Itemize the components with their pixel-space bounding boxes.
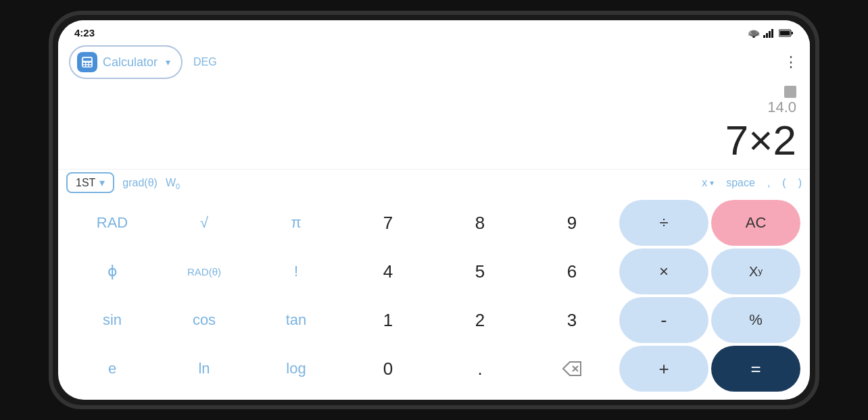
space-button[interactable]: space (726, 177, 755, 189)
right-tools: x ▾ space , ( ) (702, 177, 802, 189)
svg-rect-6 (769, 31, 771, 38)
rad-theta-button[interactable]: RAD(θ) (160, 248, 249, 294)
three-button[interactable]: 3 (527, 297, 617, 343)
add-button[interactable]: + (619, 346, 708, 392)
expression-display: 7×2 (725, 117, 796, 163)
shift-label: 1ST (76, 177, 95, 189)
backspace-button[interactable] (527, 346, 617, 392)
ln-button[interactable]: ln (160, 346, 249, 392)
svg-rect-15 (89, 63, 91, 64)
equals-button[interactable]: = (711, 346, 800, 392)
log-button[interactable]: log (251, 346, 341, 392)
svg-rect-18 (89, 65, 91, 67)
sqrt-button[interactable]: √ (160, 200, 249, 246)
buttons-grid: RAD √ π 7 8 9 ÷ AC ϕ RAD(θ) ! 4 5 6 × Xy… (58, 196, 810, 400)
comma-button[interactable]: , (767, 177, 770, 189)
seven-button[interactable]: 7 (343, 200, 433, 246)
nine-button[interactable]: 9 (527, 200, 617, 246)
divide-button[interactable]: ÷ (619, 200, 708, 246)
chevron-down-icon: ▾ (166, 57, 170, 68)
shift-button[interactable]: 1ST ▾ (66, 172, 114, 193)
four-button[interactable]: 4 (343, 248, 433, 294)
status-icons (748, 28, 794, 38)
calculator-pill[interactable]: Calculator ▾ (69, 45, 183, 79)
ac-button[interactable]: AC (711, 200, 800, 246)
paren-open-button[interactable]: ( (782, 177, 786, 189)
shift-arrow-icon: ▾ (99, 176, 105, 189)
rad-button[interactable]: RAD (68, 200, 157, 246)
pi-button[interactable]: π (251, 200, 341, 246)
grad-function[interactable]: grad(θ) (122, 177, 158, 189)
multiply-button[interactable]: × (619, 248, 708, 294)
signal-icon (763, 28, 775, 38)
svg-rect-7 (771, 29, 773, 38)
phone-frame: 4:23 (49, 11, 819, 409)
one-button[interactable]: 1 (343, 297, 433, 343)
display-area: 14.0 7×2 (58, 83, 810, 169)
svg-rect-10 (780, 30, 790, 35)
sci-function-row: 1ST ▾ grad(θ) W0 x ▾ space , ( ) (58, 169, 810, 196)
stop-button[interactable] (784, 86, 796, 98)
result-display: 14.0 (767, 99, 796, 116)
screen: 4:23 (58, 20, 810, 400)
subtract-button[interactable]: - (619, 297, 708, 343)
cos-button[interactable]: cos (160, 297, 249, 343)
svg-rect-9 (792, 32, 794, 34)
calculator-icon (77, 52, 97, 72)
euler-button[interactable]: e (68, 346, 157, 392)
more-options-button[interactable]: ⋮ (783, 53, 799, 71)
w0-function[interactable]: W0 (166, 177, 180, 189)
sin-button[interactable]: sin (68, 297, 157, 343)
phi-button[interactable]: ϕ (68, 248, 157, 294)
eight-button[interactable]: 8 (435, 200, 525, 246)
top-bar: Calculator ▾ DEG ⋮ (58, 41, 810, 83)
decimal-button[interactable]: . (435, 346, 525, 392)
six-button[interactable]: 6 (527, 248, 617, 294)
svg-rect-17 (87, 65, 89, 67)
five-button[interactable]: 5 (435, 248, 525, 294)
svg-rect-14 (87, 63, 89, 64)
power-button[interactable]: Xy (711, 248, 800, 294)
two-button[interactable]: 2 (435, 297, 525, 343)
svg-rect-16 (83, 65, 85, 67)
paren-close-button[interactable]: ) (798, 177, 802, 189)
svg-rect-12 (83, 58, 91, 61)
battery-icon (779, 29, 794, 37)
svg-rect-4 (763, 35, 765, 38)
status-bar: 4:23 (58, 20, 810, 41)
percent-button[interactable]: % (711, 297, 800, 343)
tan-button[interactable]: tan (251, 297, 341, 343)
status-time: 4:23 (74, 27, 95, 38)
svg-rect-13 (83, 63, 85, 64)
x-variable-button[interactable]: x ▾ (702, 177, 714, 189)
deg-label[interactable]: DEG (193, 56, 217, 68)
svg-rect-5 (766, 33, 768, 38)
wifi-icon (748, 28, 760, 38)
factorial-button[interactable]: ! (251, 248, 341, 294)
zero-button[interactable]: 0 (343, 346, 433, 392)
calculator-label: Calculator (103, 55, 158, 70)
